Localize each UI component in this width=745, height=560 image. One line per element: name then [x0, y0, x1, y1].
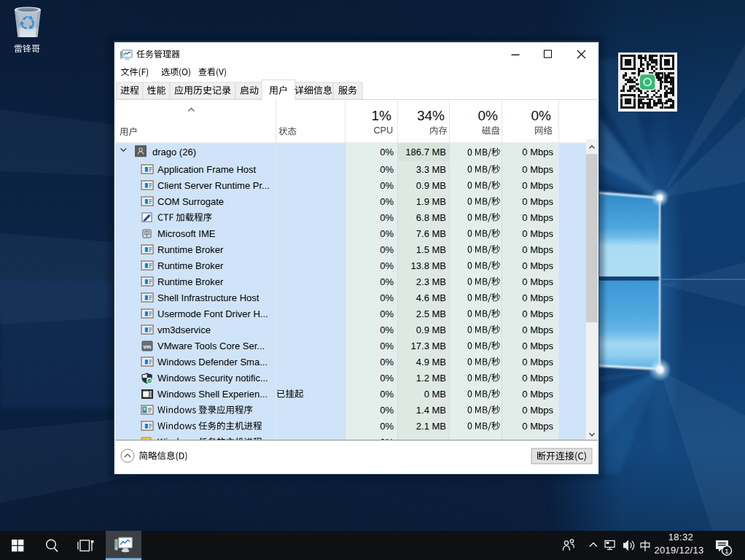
svg-text:Usermode Font Driver H...: Usermode Font Driver H... — [157, 308, 268, 319]
svg-text:34%: 34% — [417, 108, 445, 123]
svg-text:1.2 MB: 1.2 MB — [416, 373, 446, 384]
svg-text:Client Server Runtime Pr...: Client Server Runtime Pr... — [157, 180, 270, 191]
svg-text:0 Mbps: 0 Mbps — [522, 196, 553, 207]
svg-text:0%: 0% — [380, 196, 394, 207]
svg-text:0 Mbps: 0 Mbps — [522, 389, 553, 400]
svg-text:0 Mbps: 0 Mbps — [522, 405, 553, 416]
svg-text:0%: 0% — [380, 405, 394, 416]
svg-text:Microsoft IME: Microsoft IME — [157, 228, 216, 239]
svg-text:0%: 0% — [380, 147, 394, 158]
svg-text:4.6 MB: 4.6 MB — [416, 292, 446, 303]
svg-text:0 Mbps: 0 Mbps — [522, 147, 553, 158]
svg-text:1: 1 — [725, 547, 728, 555]
svg-text:7.6 MB: 7.6 MB — [416, 228, 446, 239]
svg-text:1%: 1% — [372, 108, 392, 123]
svg-text:0%: 0% — [380, 357, 394, 368]
svg-text:0 Mbps: 0 Mbps — [522, 260, 553, 271]
svg-text:Application Frame Host: Application Frame Host — [157, 164, 256, 175]
svg-text:0%: 0% — [380, 373, 394, 384]
svg-text:0 Mbps: 0 Mbps — [522, 276, 553, 287]
svg-text:0 Mbps: 0 Mbps — [522, 180, 553, 191]
svg-text:2019/12/13: 2019/12/13 — [654, 545, 703, 556]
svg-text:186.7 MB: 186.7 MB — [405, 147, 446, 158]
svg-text:Runtime Broker: Runtime Broker — [157, 244, 224, 255]
svg-text:Windows Shell Experien...: Windows Shell Experien... — [157, 389, 268, 400]
svg-text:0.9 MB: 0.9 MB — [416, 180, 446, 191]
svg-text:0 MB: 0 MB — [424, 389, 446, 400]
svg-text:2.1 MB: 2.1 MB — [416, 421, 446, 432]
svg-text:Runtime Broker: Runtime Broker — [157, 276, 224, 287]
svg-text:0%: 0% — [380, 164, 394, 175]
svg-text:0 Mbps: 0 Mbps — [522, 292, 553, 303]
svg-text:0 Mbps: 0 Mbps — [522, 308, 553, 319]
svg-text:0%: 0% — [380, 324, 394, 335]
svg-text:Runtime Broker: Runtime Broker — [157, 260, 224, 271]
svg-text:1.4 MB: 1.4 MB — [416, 405, 446, 416]
svg-text:0%: 0% — [380, 212, 394, 223]
svg-text:2.5 MB: 2.5 MB — [416, 308, 446, 319]
svg-text:COM Surrogate: COM Surrogate — [157, 196, 224, 207]
svg-text:Windows Defender Sma...: Windows Defender Sma... — [157, 357, 268, 368]
svg-text:vm3dservice: vm3dservice — [157, 324, 211, 335]
svg-text:0 Mbps: 0 Mbps — [522, 341, 553, 351]
svg-text:2.3 MB: 2.3 MB — [416, 276, 446, 287]
svg-text:6.8 MB: 6.8 MB — [416, 212, 446, 223]
svg-text:0 Mbps: 0 Mbps — [522, 324, 553, 335]
svg-text:0%: 0% — [478, 108, 499, 123]
svg-text:0%: 0% — [380, 421, 394, 432]
svg-text:18:32: 18:32 — [668, 532, 694, 542]
svg-text:0%: 0% — [380, 180, 394, 191]
svg-text:0 Mbps: 0 Mbps — [522, 212, 553, 223]
svg-text:Windows Security notific...: Windows Security notific... — [157, 373, 268, 384]
svg-text:VMware Tools Core Ser...: VMware Tools Core Ser... — [157, 341, 265, 351]
svg-text:0%: 0% — [380, 389, 394, 400]
svg-text:Shell Infrastructure Host: Shell Infrastructure Host — [157, 292, 260, 303]
svg-text:0%: 0% — [380, 341, 394, 351]
svg-text:0 Mbps: 0 Mbps — [522, 373, 553, 384]
svg-text:0 Mbps: 0 Mbps — [522, 421, 553, 432]
svg-text:0 Mbps: 0 Mbps — [522, 228, 553, 239]
svg-text:0%: 0% — [380, 244, 394, 255]
svg-text:0%: 0% — [380, 228, 394, 239]
svg-text:13.8 MB: 13.8 MB — [411, 260, 446, 271]
svg-text:CPU: CPU — [374, 125, 393, 136]
svg-text:4.9 MB: 4.9 MB — [416, 357, 446, 368]
svg-text:0 Mbps: 0 Mbps — [522, 357, 553, 368]
svg-text:0%: 0% — [531, 108, 552, 123]
svg-text:0%: 0% — [380, 308, 394, 319]
svg-text:1.9 MB: 1.9 MB — [416, 196, 446, 207]
svg-text:drago (26): drago (26) — [152, 147, 196, 158]
svg-text:0 Mbps: 0 Mbps — [522, 244, 553, 255]
svg-text:0%: 0% — [380, 292, 394, 303]
svg-text:0.9 MB: 0.9 MB — [416, 324, 446, 335]
svg-text:1.5 MB: 1.5 MB — [416, 244, 446, 255]
svg-text:0 Mbps: 0 Mbps — [522, 164, 553, 175]
svg-text:3.3 MB: 3.3 MB — [416, 164, 446, 175]
svg-text:17.3 MB: 17.3 MB — [411, 341, 446, 351]
svg-text:0%: 0% — [380, 276, 394, 287]
svg-text:0%: 0% — [380, 260, 394, 271]
